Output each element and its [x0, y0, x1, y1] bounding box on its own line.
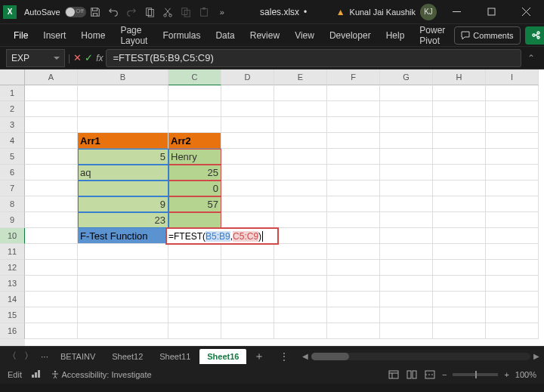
scroll-thumb[interactable]	[311, 353, 349, 360]
cell[interactable]	[433, 244, 486, 260]
tab-insert[interactable]: Insert	[37, 27, 72, 44]
cell[interactable]	[433, 149, 486, 165]
cell[interactable]	[78, 292, 168, 307]
zoom-slider[interactable]	[453, 373, 498, 376]
page-break-view-icon[interactable]	[424, 369, 436, 380]
cancel-icon[interactable]: ✕	[73, 52, 82, 63]
toggle-icon[interactable]: Off	[65, 7, 86, 17]
cell[interactable]	[274, 133, 327, 149]
cell[interactable]	[327, 307, 380, 323]
cut-icon[interactable]	[162, 6, 174, 18]
cell-b9[interactable]: 23	[78, 212, 168, 228]
tab-home[interactable]: Home	[75, 27, 111, 44]
cell[interactable]	[486, 292, 539, 307]
cell[interactable]	[274, 260, 327, 276]
col-header[interactable]: G	[380, 69, 433, 85]
cell[interactable]	[274, 101, 327, 117]
cell[interactable]	[486, 212, 539, 228]
cell[interactable]	[274, 165, 327, 181]
cell[interactable]	[486, 323, 539, 339]
row-header[interactable]: 7	[0, 181, 25, 196]
cell[interactable]	[221, 244, 274, 260]
cell[interactable]	[327, 260, 380, 276]
minimize-button[interactable]	[441, 0, 471, 24]
cell[interactable]	[168, 323, 221, 339]
row-header[interactable]: 8	[0, 196, 25, 212]
cell[interactable]	[327, 323, 380, 339]
cell[interactable]	[380, 323, 433, 339]
cell[interactable]	[221, 260, 274, 276]
cell[interactable]	[380, 244, 433, 260]
cell[interactable]	[221, 149, 274, 165]
cell-b7[interactable]	[78, 181, 168, 196]
cell[interactable]	[221, 196, 274, 212]
cell[interactable]	[380, 117, 433, 133]
row-header[interactable]: 4	[0, 133, 25, 149]
cell[interactable]	[486, 244, 539, 260]
cell[interactable]	[486, 101, 539, 117]
cell[interactable]	[486, 85, 539, 101]
cell[interactable]	[78, 323, 168, 339]
cell[interactable]	[486, 133, 539, 149]
name-box[interactable]: EXP	[6, 49, 65, 67]
cell[interactable]	[78, 244, 168, 260]
cell[interactable]	[25, 149, 78, 165]
cell[interactable]	[380, 228, 433, 244]
cell[interactable]	[486, 181, 539, 196]
cell[interactable]	[486, 117, 539, 133]
cell[interactable]	[380, 149, 433, 165]
col-header[interactable]: I	[486, 69, 539, 85]
cell[interactable]	[380, 85, 433, 101]
cell[interactable]	[25, 323, 78, 339]
cell-b5[interactable]: 5	[78, 149, 168, 165]
cell[interactable]	[274, 117, 327, 133]
active-cell-editor[interactable]: =FTEST(B5:B9,C5:C9)	[166, 228, 278, 244]
share-button[interactable]	[525, 26, 544, 45]
cell[interactable]	[168, 117, 221, 133]
cell[interactable]	[380, 165, 433, 181]
cell[interactable]	[327, 181, 380, 196]
cell[interactable]	[433, 101, 486, 117]
cell[interactable]	[274, 149, 327, 165]
cell[interactable]	[327, 244, 380, 260]
cell[interactable]	[433, 212, 486, 228]
cell[interactable]	[433, 307, 486, 323]
cell[interactable]	[327, 117, 380, 133]
cell-b8[interactable]: 9	[78, 196, 168, 212]
formula-input[interactable]: =FTEST(B5:B9,C5:C9)	[106, 49, 521, 67]
cell-c8[interactable]: 57	[168, 196, 221, 212]
cell[interactable]	[380, 276, 433, 292]
cell[interactable]	[327, 228, 380, 244]
cell[interactable]	[380, 181, 433, 196]
cell-c7[interactable]: 0	[168, 181, 221, 196]
cell[interactable]	[274, 85, 327, 101]
select-all-corner[interactable]	[0, 69, 25, 85]
cell[interactable]	[433, 117, 486, 133]
scroll-left-icon[interactable]: ◀	[302, 352, 308, 360]
zoom-level[interactable]: 100%	[515, 370, 536, 379]
cell[interactable]	[327, 292, 380, 307]
row-header[interactable]: 12	[0, 260, 25, 276]
cell[interactable]	[25, 133, 78, 149]
cell[interactable]	[25, 85, 78, 101]
cell[interactable]	[274, 276, 327, 292]
cell[interactable]	[78, 85, 168, 101]
cell[interactable]	[78, 260, 168, 276]
cell[interactable]	[25, 196, 78, 212]
redo-icon[interactable]	[125, 6, 138, 18]
row-header[interactable]: 15	[0, 307, 25, 323]
cell-c9[interactable]	[168, 212, 221, 228]
close-button[interactable]	[511, 0, 541, 24]
cell[interactable]	[433, 228, 486, 244]
tab-developer[interactable]: Developer	[323, 27, 377, 44]
cell[interactable]	[380, 260, 433, 276]
col-header[interactable]: H	[433, 69, 486, 85]
scroll-track[interactable]	[311, 353, 530, 360]
cell[interactable]	[486, 196, 539, 212]
cell[interactable]	[486, 149, 539, 165]
sheet-tab[interactable]: BETAINV	[53, 349, 103, 364]
paste-icon[interactable]	[198, 6, 210, 18]
tab-power-pivot[interactable]: Power Pivot	[413, 22, 451, 49]
autosave-toggle[interactable]: AutoSave Off	[24, 7, 86, 17]
cell[interactable]	[78, 276, 168, 292]
